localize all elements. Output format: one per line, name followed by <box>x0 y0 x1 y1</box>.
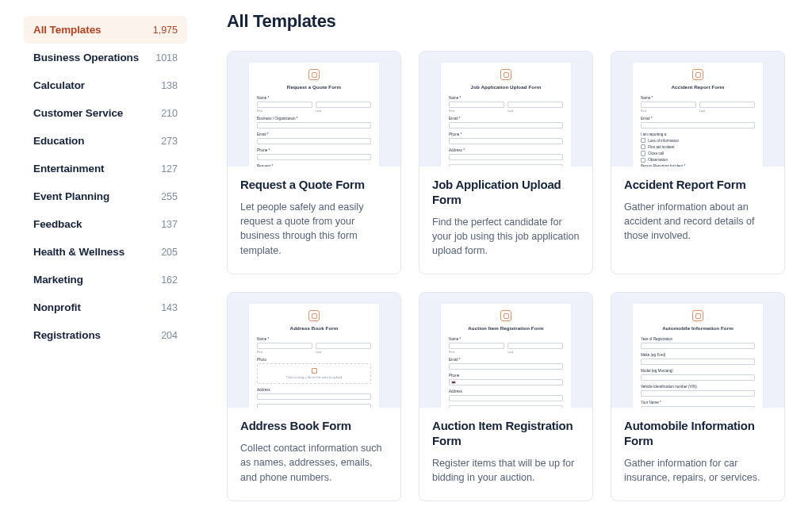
preview-input <box>449 154 563 160</box>
preview-input <box>257 138 371 144</box>
template-preview: Auction Item Registration FormName *Firs… <box>419 293 592 408</box>
sidebar-item-health-wellness[interactable]: Health & Wellness205 <box>24 238 187 266</box>
preview-sheet: Auction Item Registration FormName *Firs… <box>441 304 571 408</box>
preview-heading: Request a Quote Form <box>257 84 371 90</box>
sidebar-item-count: 162 <box>161 274 178 286</box>
preview-field-label: Year of Registration <box>641 337 755 341</box>
preview-input <box>699 102 755 108</box>
preview-sheet: Job Application Upload FormName *FirstLa… <box>441 63 571 167</box>
card-title: Accident Report Form <box>624 178 772 193</box>
sidebar-item-label: All Templates <box>33 24 101 36</box>
sidebar-item-label: Health & Wellness <box>33 246 124 258</box>
preview-field-label: Name * <box>449 337 563 341</box>
preview-input <box>641 343 755 349</box>
template-preview: Automobile Information FormYear of Regis… <box>611 293 784 408</box>
preview-field-label: Address <box>449 389 563 393</box>
page-title: All Templates <box>227 11 793 32</box>
sidebar-item-registrations[interactable]: Registrations204 <box>24 321 187 349</box>
preview-input <box>449 363 563 370</box>
sidebar-item-label: Entertainment <box>33 163 104 175</box>
preview-heading: Auction Item Registration Form <box>449 325 563 331</box>
preview-input <box>257 102 312 108</box>
preview-field-label: Name * <box>257 96 371 100</box>
preview-field-label: Vehicle Identification number (VIN) <box>641 385 755 389</box>
template-card[interactable]: Automobile Information FormYear of Regis… <box>611 292 785 501</box>
sidebar-item-event-planning[interactable]: Event Planning255 <box>24 182 187 210</box>
preview-sublabel: FirstLast <box>449 351 563 354</box>
preview-input <box>641 390 755 397</box>
sidebar-item-customer-service[interactable]: Customer Service210 <box>24 99 187 127</box>
app-root: All Templates1,975Business Operations101… <box>0 0 812 514</box>
template-card[interactable]: Auction Item Registration FormName *Firs… <box>419 292 593 501</box>
preview-heading: Address Book Form <box>257 325 371 331</box>
sidebar-item-count: 205 <box>161 247 178 258</box>
template-card[interactable]: Address Book FormName *FirstLastPhotoCli… <box>227 292 401 501</box>
preview-sublabel: FirstLast <box>641 109 755 113</box>
sidebar-item-label: Education <box>33 135 84 147</box>
sidebar-item-count: 1018 <box>155 52 178 63</box>
preview-field-label: Model (eg Mustang) <box>641 369 755 373</box>
card-title: Auction Item Registration Form <box>432 419 580 449</box>
form-icon <box>308 69 320 80</box>
preview-input <box>508 102 563 108</box>
template-card[interactable]: Accident Report FormName *FirstLastEmail… <box>611 51 785 274</box>
sidebar-item-nonprofit[interactable]: Nonprofit143 <box>24 293 187 321</box>
preview-field-label: Photo <box>257 358 371 362</box>
card-title: Request a Quote Form <box>240 178 388 193</box>
preview-checkbox: Close call <box>641 151 755 155</box>
sidebar-item-education[interactable]: Education273 <box>24 127 187 155</box>
form-icon <box>308 310 320 321</box>
preview-input <box>257 343 312 349</box>
preview-sublabel: FirstLast <box>257 351 371 354</box>
preview-input <box>641 374 755 381</box>
sidebar-item-marketing[interactable]: Marketing162 <box>24 266 187 293</box>
preview-sheet: Automobile Information FormYear of Regis… <box>633 304 763 408</box>
preview-field-label: Name * <box>449 96 563 100</box>
preview-field-label: Phone * <box>449 132 563 136</box>
preview-input <box>257 154 371 160</box>
template-card[interactable]: Request a Quote FormName *FirstLastBusin… <box>227 51 401 274</box>
card-title: Automobile Information Form <box>624 419 772 449</box>
preview-input <box>449 138 563 144</box>
template-card[interactable]: Job Application Upload FormName *FirstLa… <box>419 51 593 274</box>
sidebar-item-entertainment[interactable]: Entertainment127 <box>24 155 187 182</box>
preview-field-label: Name * <box>641 96 755 100</box>
template-preview: Accident Report FormName *FirstLastEmail… <box>611 52 784 167</box>
template-preview: Request a Quote FormName *FirstLastBusin… <box>228 52 400 167</box>
sidebar-item-label: Feedback <box>33 218 82 230</box>
preview-field-label: Phone <box>449 374 563 378</box>
preview-field-label: Your Name * <box>641 401 755 405</box>
sidebar-item-count: 137 <box>161 219 178 230</box>
preview-heading: Job Application Upload Form <box>449 84 563 90</box>
sidebar-item-count: 138 <box>161 80 178 91</box>
preview-input <box>449 102 504 108</box>
sidebar-item-feedback[interactable]: Feedback137 <box>24 210 187 238</box>
preview-upload: Click or drag a file to this area to upl… <box>257 363 371 384</box>
preview-heading: Automobile Information Form <box>641 325 755 331</box>
preview-field-label: Address <box>257 388 371 392</box>
sidebar-item-count: 255 <box>161 191 178 202</box>
form-icon <box>500 310 511 321</box>
card-body: Request a Quote FormLet people safely an… <box>228 167 400 274</box>
card-title: Address Book Form <box>240 419 388 434</box>
preview-input <box>641 102 696 108</box>
sidebar-item-count: 143 <box>161 302 178 313</box>
sidebar-item-calculator[interactable]: Calculator138 <box>24 71 187 99</box>
preview-checkbox: First aid incident <box>641 144 755 149</box>
preview-sheet: Accident Report FormName *FirstLastEmail… <box>633 63 763 167</box>
preview-input <box>257 122 371 128</box>
sidebar-item-label: Business Operations <box>33 52 139 63</box>
sidebar-item-business-operations[interactable]: Business Operations1018 <box>24 44 187 71</box>
sidebar-item-count: 204 <box>161 330 178 341</box>
template-preview: Address Book FormName *FirstLastPhotoCli… <box>228 293 400 408</box>
preview-input <box>257 393 371 400</box>
form-icon <box>692 310 703 321</box>
sidebar-item-all-templates[interactable]: All Templates1,975 <box>24 16 187 44</box>
preview-input <box>641 122 755 128</box>
card-body: Address Book FormCollect contact informa… <box>228 408 400 501</box>
preview-phone-input <box>449 379 563 386</box>
preview-checkbox: Loss of information <box>641 138 755 143</box>
preview-input <box>449 343 504 349</box>
card-description: Collect contact information such as name… <box>240 441 388 485</box>
preview-input <box>449 122 563 128</box>
